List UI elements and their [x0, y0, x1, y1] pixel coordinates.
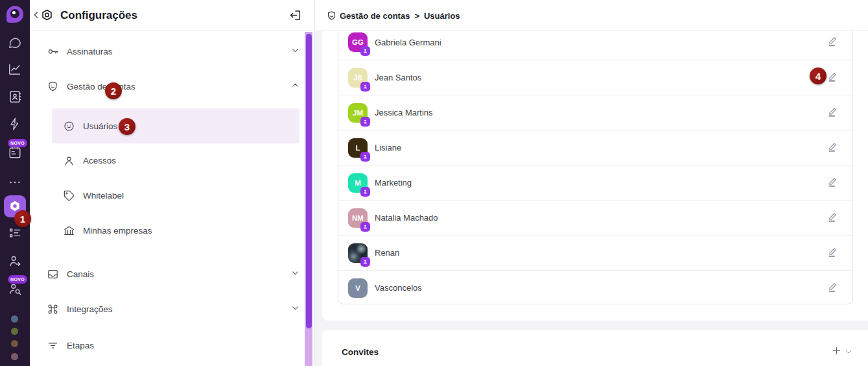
sidebar-item-assinaturas[interactable]: Assinaturas	[30, 34, 315, 69]
line-chart-icon	[8, 62, 22, 77]
command-icon	[47, 303, 59, 315]
icon-rail: NOVO NOVO	[0, 0, 30, 366]
chevron-up-icon	[291, 80, 299, 92]
tag-icon	[63, 189, 75, 202]
breadcrumb-section[interactable]: Gestão de contas	[340, 11, 410, 21]
user-search-icon	[8, 282, 22, 296]
settings-gear-icon	[40, 8, 54, 25]
user-row: M Marketing	[338, 165, 852, 200]
avatar: GG	[348, 32, 368, 52]
chat-icon	[8, 36, 22, 50]
sidebar-item-canais[interactable]: Canais	[30, 256, 315, 291]
user-row: V Vasconcelos	[338, 270, 852, 305]
rail-item-analytics[interactable]	[0, 62, 30, 77]
sidebar-item-acessos[interactable]: Acessos	[30, 143, 315, 178]
user-row: L Lisiane	[338, 130, 852, 165]
exit-icon	[288, 8, 302, 22]
users-list: GG Gabriela Germani JS Jean Santos JM Je…	[338, 24, 853, 304]
sidebar-item-minhas-empresas[interactable]: Minhas empresas	[30, 213, 315, 248]
breadcrumb-page: Usuários	[424, 11, 460, 21]
user-type-badge	[360, 82, 370, 92]
sidebar-item-etapas[interactable]: Etapas	[30, 328, 315, 363]
inbox-icon	[47, 268, 59, 280]
user-type-badge	[360, 187, 370, 197]
edit-user-button[interactable]	[827, 176, 838, 189]
avatar: NM	[348, 208, 368, 228]
collapse-convites-button[interactable]	[845, 347, 852, 358]
add-invite-button[interactable]	[832, 346, 841, 358]
user-type-badge	[360, 117, 370, 127]
sidebar-scrollbar-thumb[interactable]	[306, 34, 312, 328]
user-name: Jessica Martins	[375, 108, 433, 117]
workspace-dot[interactable]	[11, 328, 18, 335]
avatar: L	[348, 138, 368, 158]
avatar: M	[348, 173, 368, 193]
edit-user-button[interactable]	[827, 281, 838, 295]
chevron-down-icon	[291, 268, 299, 280]
user-name: Renan	[375, 248, 399, 258]
workspace-dot[interactable]	[11, 353, 18, 360]
edit-user-button[interactable]	[827, 246, 838, 260]
avatar: V	[348, 278, 368, 298]
rail-item-automation[interactable]	[0, 117, 30, 131]
ellipsis-icon	[8, 175, 22, 189]
convites-panel: Convites	[322, 330, 868, 366]
convites-title: Convites	[342, 347, 379, 357]
user-type-badge	[360, 152, 370, 162]
avatar: JS	[348, 68, 368, 88]
user-type-badge	[360, 222, 370, 232]
app-logo-icon	[6, 6, 23, 23]
sidebar-scrollbar-track	[305, 32, 312, 366]
person-icon	[63, 154, 75, 167]
user-name: Marketing	[375, 178, 412, 188]
sidebar-header: Configurações	[30, 0, 314, 31]
convites-actions	[832, 346, 852, 358]
user-name: Vasconcelos	[375, 283, 422, 293]
sidebar-item-whitelabel[interactable]: Whitelabel	[30, 178, 315, 213]
rail-item-user-search[interactable]: NOVO	[0, 282, 30, 296]
user-row: Renan	[338, 235, 852, 270]
user-type-badge	[360, 46, 370, 56]
edit-user-button[interactable]	[827, 106, 838, 119]
rail-item-contacts[interactable]	[0, 90, 30, 104]
checklist-icon	[8, 226, 22, 240]
novo-badge: NOVO	[8, 275, 27, 284]
rail-item-more[interactable]	[0, 175, 30, 189]
user-name: Natalia Machado	[375, 213, 438, 223]
edit-user-button[interactable]	[827, 36, 838, 49]
annotation-step-1: 1	[14, 210, 31, 227]
chevron-down-icon	[291, 303, 299, 315]
workspace-dot[interactable]	[11, 340, 18, 347]
rail-item-user-share[interactable]	[0, 254, 30, 268]
avatar: JM	[348, 103, 368, 123]
main-topbar: Gestão de contas>Usuários	[315, 0, 868, 31]
breadcrumb-separator: >	[414, 11, 419, 21]
sidebar-item-integracoes[interactable]: Integrações	[30, 291, 315, 326]
rail-item-chat[interactable]	[0, 36, 30, 50]
edit-user-button[interactable]	[827, 71, 838, 84]
sidebar-item-usuarios[interactable]: Usuários	[30, 108, 314, 143]
app-screen: NOVO NOVO	[0, 0, 868, 366]
key-icon	[47, 45, 59, 58]
rail-item-agenda[interactable]: NOVO	[0, 145, 30, 160]
annotation-step-2: 2	[105, 82, 122, 99]
avatar	[348, 243, 368, 263]
lightning-icon	[8, 117, 22, 131]
rail-item-tasks[interactable]	[0, 226, 30, 240]
agenda-icon	[8, 145, 22, 160]
app-logo[interactable]	[0, 6, 30, 23]
shield-account-icon	[47, 80, 59, 93]
annotation-step-3: 3	[119, 118, 135, 135]
user-share-icon	[8, 254, 22, 268]
sidebar-item-gestao-de-contas[interactable]: Gestão de contas	[30, 69, 315, 104]
chevron-down-icon	[291, 45, 299, 57]
user-name: Jean Santos	[375, 73, 421, 82]
edit-user-button[interactable]	[827, 141, 838, 154]
edit-user-button[interactable]	[827, 211, 838, 225]
user-circle-icon	[63, 120, 75, 132]
breadcrumb: Gestão de contas>Usuários	[340, 11, 465, 21]
workspace-dot[interactable]	[11, 315, 18, 323]
exit-button[interactable]	[288, 8, 302, 25]
annotation-step-4: 4	[810, 67, 827, 84]
shield-account-icon	[326, 10, 337, 24]
